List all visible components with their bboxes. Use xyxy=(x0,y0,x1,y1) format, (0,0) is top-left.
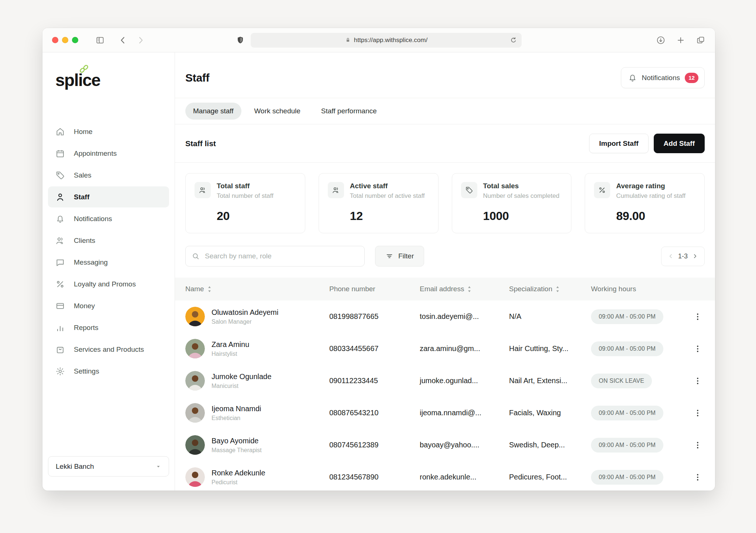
minimize-window-button[interactable] xyxy=(62,37,68,43)
column-header-specialization[interactable]: Specialization xyxy=(509,285,591,293)
import-staff-button[interactable]: Import Staff xyxy=(589,134,649,153)
sidebar-item-settings[interactable]: Settings xyxy=(48,361,169,382)
url-text: https://app.withsplice.com/ xyxy=(354,37,427,44)
working-hours-badge: 09:00 AM - 05:00 PM xyxy=(591,341,663,356)
stat-card-value: 20 xyxy=(217,209,296,223)
table-row: Zara AminuHairstylist080334455667zara.am… xyxy=(175,333,715,365)
row-actions-button[interactable] xyxy=(693,408,702,418)
filter-button[interactable]: Filter xyxy=(375,246,424,266)
stats-cards: Total staffTotal number of staff20Active… xyxy=(175,163,715,233)
staff-specialization: N/A xyxy=(509,312,591,321)
sidebar-toggle-icon[interactable] xyxy=(95,35,105,45)
staff-avatar xyxy=(185,403,205,423)
staff-specialization: Pedicures, Foot... xyxy=(509,473,591,481)
pagination-next-icon[interactable] xyxy=(692,253,698,259)
sidebar-nav: HomeAppointmentsSalesStaffNotificationsC… xyxy=(48,121,169,382)
working-hours-badge: 09:00 AM - 05:00 PM xyxy=(591,470,663,485)
sidebar-item-home[interactable]: Home xyxy=(48,121,169,142)
row-actions-button[interactable] xyxy=(693,344,702,354)
table-row: Ijeoma NnamdiEsthetician080876543210ijeo… xyxy=(175,397,715,429)
tab-staff-performance[interactable]: Staff performance xyxy=(313,103,385,120)
add-staff-button[interactable]: Add Staff xyxy=(654,134,705,153)
sidebar-item-messaging[interactable]: Messaging xyxy=(48,252,169,273)
staff-email: bayoay@yahoo.... xyxy=(420,441,509,449)
staff-avatar xyxy=(185,307,205,326)
sidebar-item-appointments[interactable]: Appointments xyxy=(48,143,169,164)
sidebar-item-services-and-products[interactable]: Services and Products xyxy=(48,339,169,360)
table-row: Oluwatosin AdeyemiSalon Manager081998877… xyxy=(175,300,715,333)
notifications-label: Notifications xyxy=(642,74,680,82)
sidebar-item-label: Clients xyxy=(74,237,95,245)
percent-icon xyxy=(55,279,65,289)
sidebar-item-notifications[interactable]: Notifications xyxy=(48,208,169,229)
chart-icon xyxy=(55,323,65,333)
sidebar-item-clients[interactable]: Clients xyxy=(48,230,169,251)
row-actions-button[interactable] xyxy=(693,312,702,321)
sidebar-item-money[interactable]: Money xyxy=(48,295,169,316)
tab-overview-icon[interactable] xyxy=(696,35,705,45)
column-header-working-hours: Working hours xyxy=(591,285,691,293)
stat-card-value: 1000 xyxy=(483,209,563,223)
working-hours-badge: 09:00 AM - 05:00 PM xyxy=(591,406,663,420)
stat-card-iconbox xyxy=(594,182,610,198)
search-icon xyxy=(192,252,200,260)
sidebar-item-label: Settings xyxy=(74,367,99,375)
sidebar-item-label: Sales xyxy=(74,171,92,179)
staff-name: Ronke Adekunle xyxy=(212,469,265,477)
table-row: Bayo AyomideMassage Therapist08074561238… xyxy=(175,429,715,461)
column-header-name[interactable]: Name xyxy=(185,285,329,293)
new-tab-icon[interactable] xyxy=(676,35,685,45)
staff-email: tosin.adeyemi@... xyxy=(420,312,509,321)
search-box xyxy=(185,246,365,266)
row-actions-button[interactable] xyxy=(693,376,702,386)
reload-icon[interactable] xyxy=(510,37,517,44)
splice-leaf-icon xyxy=(78,63,89,74)
branch-selector[interactable]: Lekki Banch xyxy=(48,456,169,477)
sidebar-item-sales[interactable]: Sales xyxy=(48,165,169,186)
staff-name: Oluwatosin Adeyemi xyxy=(212,308,278,317)
column-header-email-address[interactable]: Email address xyxy=(420,285,509,293)
sort-icon xyxy=(467,286,472,293)
notifications-button[interactable]: Notifications 12 xyxy=(621,67,705,88)
zoom-window-button[interactable] xyxy=(72,37,78,43)
staff-name: Zara Aminu xyxy=(212,340,249,349)
staff-avatar xyxy=(185,435,205,455)
sidebar-item-loyalty-and-promos[interactable]: Loyalty and Promos xyxy=(48,274,169,295)
staff-phone: 080745612389 xyxy=(329,441,420,449)
gear-icon xyxy=(55,367,65,376)
stat-card-title: Total staff xyxy=(217,182,274,190)
address-bar[interactable]: https://app.withsplice.com/ xyxy=(251,33,522,48)
sidebar-item-reports[interactable]: Reports xyxy=(48,317,169,338)
tab-work-schedule[interactable]: Work schedule xyxy=(247,103,308,120)
staff-phone: 081234567890 xyxy=(329,473,420,481)
staff-name: Ijeoma Nnamdi xyxy=(212,405,261,413)
bag-icon xyxy=(55,345,65,354)
row-actions-button[interactable] xyxy=(693,440,702,450)
stat-card-title: Average rating xyxy=(616,182,685,190)
sidebar-item-staff[interactable]: Staff xyxy=(48,186,169,207)
tab-manage-staff[interactable]: Manage staff xyxy=(185,103,241,120)
staff-name: Bayo Ayomide xyxy=(212,437,262,445)
branch-selector-label: Lekki Banch xyxy=(56,462,94,471)
row-actions-button[interactable] xyxy=(693,472,702,482)
staff-specialization: Hair Cutting, Sty... xyxy=(509,344,591,353)
staff-avatar xyxy=(185,371,205,391)
sidebar-item-label: Money xyxy=(74,302,95,310)
sidebar-item-label: Staff xyxy=(74,193,89,201)
privacy-shield-icon[interactable] xyxy=(236,36,245,45)
staff-role: Massage Therapist xyxy=(212,447,262,454)
staff-avatar xyxy=(185,467,205,487)
pagination-prev-icon[interactable] xyxy=(668,253,674,259)
table-row: Ronke AdekunlePedicurist081234567890ronk… xyxy=(175,461,715,491)
stat-card-active-staff: Active staffTotal number of active staff… xyxy=(319,173,439,233)
browser-back-button[interactable] xyxy=(118,35,128,45)
downloads-icon[interactable] xyxy=(656,35,666,45)
close-window-button[interactable] xyxy=(52,37,58,43)
browser-forward-button[interactable] xyxy=(136,35,145,45)
stat-card-iconbox xyxy=(461,182,477,198)
staff-phone: 090112233445 xyxy=(329,376,420,385)
search-input[interactable] xyxy=(185,246,365,266)
column-label: Email address xyxy=(420,285,464,293)
users-icon xyxy=(55,236,65,245)
message-icon xyxy=(55,258,65,267)
